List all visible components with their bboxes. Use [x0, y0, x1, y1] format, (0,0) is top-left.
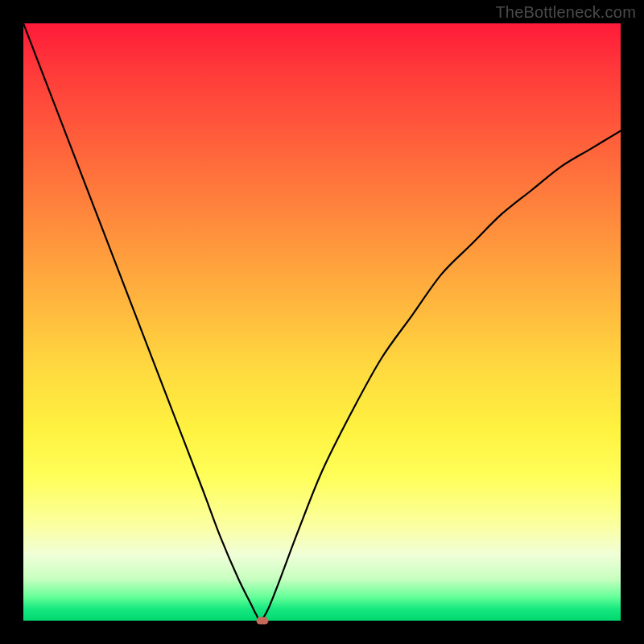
bottleneck-curve: [23, 23, 621, 621]
optimal-point-marker: [256, 617, 268, 625]
watermark-text: TheBottleneck.com: [495, 3, 636, 22]
chart-plot-area: [23, 23, 621, 621]
